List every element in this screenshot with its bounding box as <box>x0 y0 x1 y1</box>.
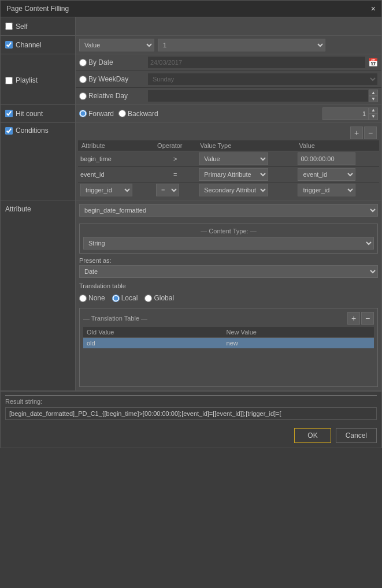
cond-op-3: = > < <box>154 183 196 198</box>
col-old-value: Old Value <box>83 327 223 338</box>
cond-vtype-select-2[interactable]: Value Primary Attribute Secondary Attrib… <box>199 168 268 181</box>
none-radio-label[interactable]: None <box>79 294 105 302</box>
channel-label-cell: Channel <box>1 36 76 54</box>
close-button[interactable]: × <box>371 4 376 13</box>
hitcount-spin-down[interactable]: ▼ <box>369 114 378 120</box>
channel-row: Channel Value 1 <box>1 36 381 54</box>
calendar-icon: 📅 <box>368 58 378 67</box>
channel-value-select[interactable]: Value <box>79 39 154 51</box>
translation-btns: + − <box>347 312 374 325</box>
hitcount-content: Forward Backward ▲ ▼ <box>76 105 381 122</box>
table-row: event_id = Value Primary Attribute Secon… <box>78 167 379 183</box>
cond-val-select-3[interactable]: trigger_id event_id begin_time <box>298 184 355 196</box>
table-row: old new <box>83 338 374 349</box>
weekday-radio[interactable] <box>79 76 87 83</box>
result-string-value: [begin_date_formatted]_PD_C1_{[begin_tim… <box>5 407 377 420</box>
conditions-remove-btn[interactable]: − <box>364 126 377 139</box>
conditions-checkbox-label[interactable]: Conditions <box>5 126 49 135</box>
hitcount-checkbox[interactable] <box>5 110 13 117</box>
content-type-select[interactable]: String Integer Float Boolean <box>83 237 374 250</box>
conditions-add-btn[interactable]: + <box>350 126 363 139</box>
none-radio[interactable] <box>79 295 87 302</box>
conditions-label-cell: Conditions <box>1 123 76 200</box>
cond-attr-3: trigger_id event_id begin_time <box>78 183 154 198</box>
cond-val-3: trigger_id event_id begin_time <box>295 183 379 198</box>
playlist-checkbox[interactable] <box>5 77 13 84</box>
present-as-label: Present as: <box>79 257 378 264</box>
attribute-section: Attribute begin_date_formatted event_id … <box>1 200 381 391</box>
translation-add-btn[interactable]: + <box>347 312 360 325</box>
cond-val-input-1[interactable] <box>298 152 355 165</box>
attribute-select[interactable]: begin_date_formatted event_id trigger_id… <box>79 204 378 217</box>
global-label: Global <box>154 294 174 302</box>
cond-op-select-3[interactable]: = > < <box>156 184 179 196</box>
cond-op-2: = <box>154 167 196 183</box>
cond-val-2: event_id trigger_id begin_time <box>295 167 379 183</box>
present-as-select[interactable]: Date Time Integer String <box>79 265 378 278</box>
weekday-select[interactable]: Sunday MondayTuesdayWednesday ThursdayFr… <box>147 73 378 85</box>
col-value: Value <box>295 140 379 151</box>
table-row <box>83 348 374 366</box>
channel-content: Value 1 <box>76 36 381 54</box>
hitcount-label-cell: Hit count <box>1 105 76 122</box>
backward-radio[interactable] <box>118 110 126 117</box>
channel-value-input[interactable]: 1 <box>158 39 325 51</box>
channel-label: Channel <box>16 41 42 49</box>
cond-vtype-select-3[interactable]: Value Primary Attribute Secondary Attrib… <box>199 184 268 196</box>
playlist-label: Playlist <box>16 76 38 84</box>
cond-vtype-2: Value Primary Attribute Secondary Attrib… <box>196 167 295 183</box>
weekday-radio-label[interactable]: By WeekDay <box>79 75 143 83</box>
cond-val-select-2[interactable]: event_id trigger_id begin_time <box>298 168 355 181</box>
hitcount-spin: ▲ ▼ <box>322 107 378 120</box>
bydate-input[interactable] <box>147 56 366 69</box>
relday-label: Relative Day <box>88 92 128 100</box>
global-radio-label[interactable]: Global <box>144 294 174 302</box>
relday-radio-label[interactable]: Relative Day <box>79 92 143 100</box>
bydate-radio-label[interactable]: By Date <box>79 58 143 66</box>
hitcount-checkbox-label[interactable]: Hit count <box>5 110 43 118</box>
cond-op-1: > <box>154 151 196 167</box>
relday-spin-up[interactable]: ▲ <box>369 90 378 96</box>
conditions-checkbox[interactable] <box>5 127 13 135</box>
translation-radio-section: Translation table None Local Global <box>79 282 378 304</box>
relday-radio[interactable] <box>79 92 87 100</box>
backward-label: Backward <box>128 110 158 118</box>
bydate-radio[interactable] <box>79 59 87 66</box>
global-radio[interactable] <box>144 295 152 302</box>
button-row: OK Cancel <box>1 423 381 448</box>
cond-attr-select-3[interactable]: trigger_id event_id begin_time <box>80 184 132 196</box>
translation-radio-row: None Local Global <box>79 292 378 304</box>
col-valuetype: Value Type <box>196 140 295 151</box>
playlist-weekday-row: By WeekDay Sunday MondayTuesdayWednesday… <box>76 71 381 88</box>
forward-radio-label[interactable]: Forward <box>79 110 114 118</box>
cancel-button[interactable]: Cancel <box>336 428 377 443</box>
local-radio-label[interactable]: Local <box>112 294 138 302</box>
translation-remove-btn[interactable]: − <box>361 312 374 325</box>
cond-attr-2: event_id <box>78 167 154 183</box>
relday-input[interactable] <box>147 90 369 102</box>
translation-table: Old Value New Value old new <box>83 327 374 383</box>
cond-vtype-1: Value Primary Attribute Secondary Attrib… <box>196 151 295 167</box>
forward-label: Forward <box>88 110 114 118</box>
local-radio[interactable] <box>112 295 120 302</box>
forward-radio[interactable] <box>79 110 87 117</box>
playlist-section: Playlist By Date 📅 By WeekDay <box>1 54 381 105</box>
relday-spin-down[interactable]: ▼ <box>369 96 378 102</box>
self-checkbox-label[interactable]: Self <box>5 23 28 31</box>
ok-button[interactable]: OK <box>294 428 331 443</box>
channel-checkbox[interactable] <box>5 41 13 49</box>
hitcount-spin-up[interactable]: ▲ <box>369 107 378 114</box>
hitcount-row: Hit count Forward Backward ▲ ▼ <box>1 105 381 123</box>
backward-radio-label[interactable]: Backward <box>118 110 158 118</box>
channel-checkbox-label[interactable]: Channel <box>5 41 42 49</box>
col-attribute: Attribute <box>78 140 154 151</box>
self-checkbox[interactable] <box>5 23 13 30</box>
self-content <box>76 17 381 35</box>
bydate-label: By Date <box>88 58 113 66</box>
self-label-cell: Self <box>1 17 76 35</box>
result-string-label: Result string: <box>5 395 377 405</box>
playlist-checkbox-label[interactable]: Playlist <box>5 74 38 84</box>
cond-vtype-select-1[interactable]: Value Primary Attribute Secondary Attrib… <box>199 152 268 165</box>
content-type-box: — Content Type: — String Integer Float B… <box>79 224 378 254</box>
hitcount-value[interactable] <box>322 107 369 120</box>
